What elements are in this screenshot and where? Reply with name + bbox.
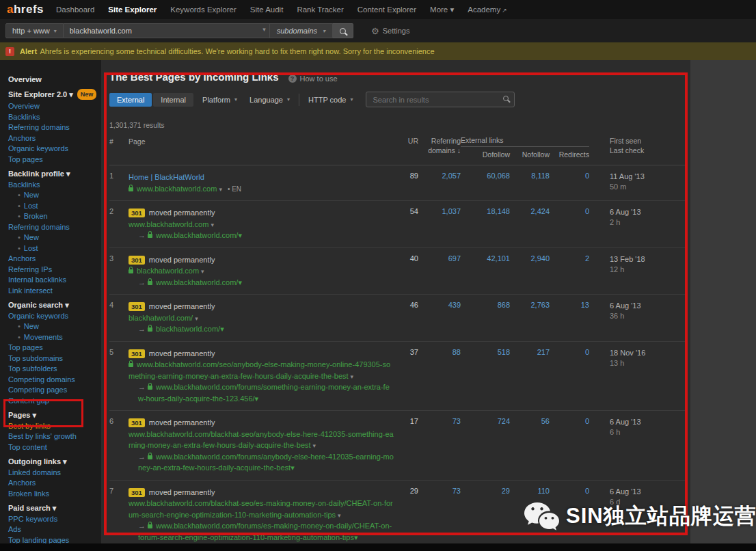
dofollow-value[interactable]: 18,148: [461, 207, 510, 215]
nav-item-dashboard[interactable]: Dashboard: [56, 5, 94, 14]
filter-language-[interactable]: Language▾: [243, 93, 296, 107]
sidebar-item-link-intersect[interactable]: Link intersect: [8, 286, 101, 295]
sidebar-item-best-by-links-growth[interactable]: Best by links' growth: [8, 432, 101, 441]
col-nofollow[interactable]: Nofollow: [510, 150, 550, 159]
page-title-link[interactable]: Home | BlackHatWorld: [129, 172, 394, 183]
sidebar-item-top-subfolders[interactable]: Top subfolders: [8, 364, 101, 373]
sidebar-item-referring-domains[interactable]: Referring domains: [8, 123, 101, 132]
redirects-value[interactable]: 13: [550, 301, 589, 309]
sidebar-item-top-subdomains[interactable]: Top subdomains: [8, 354, 101, 363]
sidebar-item-lost[interactable]: Lost: [18, 202, 101, 211]
nofollow-value[interactable]: 110: [510, 487, 550, 495]
tab-internal[interactable]: Internal: [153, 93, 193, 107]
referring-domains-value[interactable]: 2,057: [418, 172, 461, 180]
referring-domains-value[interactable]: 73: [418, 487, 461, 495]
redirects-value[interactable]: 0: [550, 207, 589, 215]
sidebar-item-backlinks[interactable]: Backlinks: [8, 113, 101, 122]
referring-domains-value[interactable]: 439: [418, 301, 461, 309]
page-url-link[interactable]: www.blackhatworld.com/blackhat-seo/anybo…: [129, 429, 394, 451]
filter-http-code-[interactable]: HTTP code▾: [302, 93, 359, 107]
sidebar-item-backlinks[interactable]: Backlinks: [8, 180, 101, 189]
dofollow-value[interactable]: 518: [461, 348, 510, 356]
nav-item-content-explorer[interactable]: Content Explorer: [357, 5, 416, 14]
page-url-link[interactable]: www.blackhatworld.com/seo/anybody-else-m…: [129, 359, 394, 381]
sidebar-item-anchors[interactable]: Anchors: [8, 479, 101, 487]
nofollow-value[interactable]: 2,424: [510, 207, 550, 215]
sidebar-heading-backlink-profile-[interactable]: Backlink profile ▾: [8, 169, 101, 178]
tab-external[interactable]: External: [109, 93, 152, 107]
scope-dropdown[interactable]: subdomains ▾: [270, 23, 333, 38]
nav-item-site-audit[interactable]: Site Audit: [250, 5, 284, 14]
sidebar-item-new[interactable]: New: [18, 191, 101, 200]
sidebar-item-overview[interactable]: Overview: [8, 102, 101, 111]
sidebar-item-anchors[interactable]: Anchors: [8, 254, 101, 263]
ahrefs-logo[interactable]: ahrefs: [7, 3, 44, 16]
nav-item-more-[interactable]: More ▾: [430, 5, 454, 14]
sidebar-heading-site-explorer-2-0-[interactable]: Site Explorer 2.0 ▾New: [8, 89, 101, 100]
redirects-value[interactable]: 0: [550, 348, 589, 356]
page-url-link[interactable]: www.blackhatworld.com▾• EN: [129, 183, 394, 195]
sidebar-item-content-gap[interactable]: Content gap: [8, 397, 101, 405]
sidebar-item-organic-keywords[interactable]: Organic keywords: [8, 312, 101, 321]
sidebar-item-anchors[interactable]: Anchors: [8, 134, 101, 143]
sidebar-heading-organic-search-[interactable]: Organic search ▾: [8, 300, 101, 310]
sidebar-heading-pages-[interactable]: Pages ▾: [8, 410, 101, 420]
sidebar-item-lost[interactable]: Lost: [18, 244, 101, 253]
redirect-url-link[interactable]: →www.blackhatworld.com/forums/es-making-…: [129, 520, 394, 543]
search-button[interactable]: [333, 23, 353, 38]
sidebar-item-top-content[interactable]: Top content: [8, 443, 101, 452]
col-redirects[interactable]: Redirects: [550, 150, 589, 159]
dofollow-value[interactable]: 868: [461, 301, 510, 309]
redirect-url-link[interactable]: →www.blackhatworld.com/▾: [129, 277, 394, 288]
sidebar-item-competing-pages[interactable]: Competing pages: [8, 386, 101, 394]
nofollow-value[interactable]: 56: [510, 417, 550, 425]
how-to-use-link[interactable]: ? How to use: [288, 75, 338, 83]
sidebar-item-new[interactable]: New: [18, 322, 101, 331]
referring-domains-value[interactable]: 1,037: [418, 207, 461, 215]
sidebar-item-internal-backlinks[interactable]: Internal backlinks: [8, 276, 101, 284]
page-url-link[interactable]: www.blackhatworld.com/blackhat-seo/es-ma…: [129, 498, 394, 520]
col-dofollow[interactable]: Dofollow: [461, 150, 510, 159]
sidebar-item-linked-domains[interactable]: Linked domains: [8, 468, 101, 477]
col-referring-domains[interactable]: Referringdomains ↓: [418, 136, 461, 159]
sidebar-item-broken-links[interactable]: Broken links: [8, 489, 101, 498]
sidebar-item-top-pages[interactable]: Top pages: [8, 155, 101, 164]
sidebar-item-ppc-keywords[interactable]: PPC keywords: [8, 515, 101, 524]
redirect-url-link[interactable]: →www.blackhatworld.com/▾: [129, 230, 394, 241]
dofollow-value[interactable]: 724: [461, 417, 510, 425]
nofollow-value[interactable]: 2,763: [510, 301, 550, 309]
filter-platform-[interactable]: Platform▾: [196, 93, 243, 107]
nofollow-value[interactable]: 217: [510, 348, 550, 356]
referring-domains-value[interactable]: 88: [418, 348, 461, 356]
sidebar-item-top-pages[interactable]: Top pages: [8, 343, 101, 352]
sidebar-item-best-by-links[interactable]: Best by links: [8, 422, 101, 431]
nav-item-academy[interactable]: Academy↗: [468, 5, 507, 14]
page-url-link[interactable]: www.blackhatworld.com▾: [129, 219, 394, 230]
sidebar-heading-paid-search-[interactable]: Paid search ▾: [8, 503, 101, 513]
results-search-input[interactable]: [366, 92, 515, 107]
page-url-link[interactable]: blackhatworld.com/▾: [129, 312, 394, 324]
redirect-url-link[interactable]: →www.blackhatworld.com/forums/something-…: [129, 381, 394, 404]
referring-domains-value[interactable]: 73: [418, 417, 461, 425]
dofollow-value[interactable]: 60,068: [461, 172, 510, 180]
sidebar-item-competing-domains[interactable]: Competing domains: [8, 375, 101, 384]
sidebar-item-referring-ips[interactable]: Referring IPs: [8, 265, 101, 274]
sidebar-heading-outgoing-links-[interactable]: Outgoing links ▾: [8, 457, 101, 466]
history-chevron-icon[interactable]: ▾: [262, 26, 266, 33]
redirects-value[interactable]: 0: [550, 172, 589, 180]
sidebar-item-movements[interactable]: Movements: [18, 333, 101, 342]
nav-item-rank-tracker[interactable]: Rank Tracker: [297, 5, 343, 14]
redirects-value[interactable]: 0: [550, 487, 589, 495]
nav-item-site-explorer[interactable]: Site Explorer: [108, 5, 157, 14]
referring-domains-value[interactable]: 697: [418, 254, 461, 263]
sidebar-item-new[interactable]: New: [18, 233, 101, 242]
url-mode-dropdown[interactable]: http + www ▾: [5, 23, 64, 38]
page-url-link[interactable]: blackhatworld.com▾: [129, 265, 394, 277]
settings-link[interactable]: ⚙ Settings: [371, 26, 409, 36]
col-ur[interactable]: UR: [394, 136, 418, 159]
sidebar-item-referring-domains[interactable]: Referring domains: [8, 223, 101, 232]
sidebar-item-broken[interactable]: Broken: [18, 212, 101, 221]
sidebar-heading-overview[interactable]: Overview: [8, 75, 101, 84]
nofollow-value[interactable]: 2,940: [510, 254, 550, 263]
dofollow-value[interactable]: 42,101: [461, 254, 510, 263]
